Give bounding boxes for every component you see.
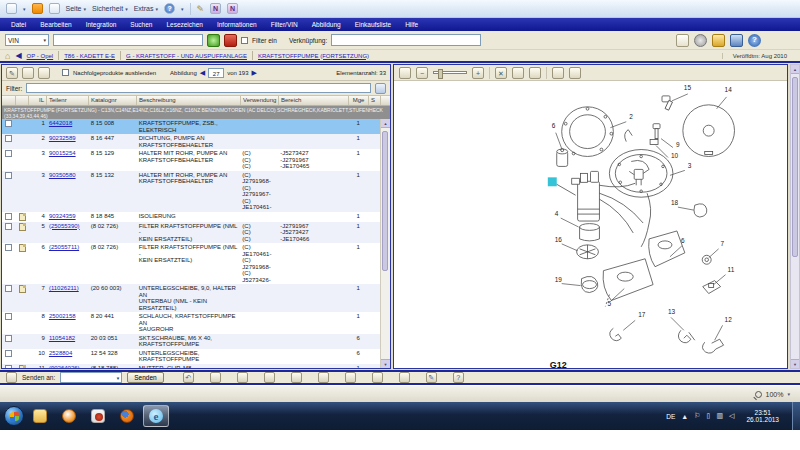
filter-ein-checkbox[interactable] xyxy=(241,37,248,44)
row-checkbox[interactable] xyxy=(2,244,16,283)
delete-icon[interactable] xyxy=(291,372,302,383)
show-desktop-button[interactable] xyxy=(792,402,800,430)
go-icon[interactable] xyxy=(207,34,220,47)
menu-item-hilfe[interactable]: Hilfe xyxy=(398,21,425,28)
table-row[interactable]: 91105418220 03 051SKT.SCHRAUBE, M6 X 40,… xyxy=(2,334,380,349)
abbildung-number-input[interactable]: 27 xyxy=(208,68,224,78)
part-number-link[interactable]: 11054182 xyxy=(47,335,89,348)
menu-item-lesezeichen[interactable]: Lesezeichen xyxy=(159,21,210,28)
mail-icon[interactable] xyxy=(6,372,17,383)
menu-extras[interactable]: Extras▾ xyxy=(134,5,158,12)
callout-number[interactable]: 16 xyxy=(555,236,563,243)
zoom-control[interactable]: 100% ▾ xyxy=(755,391,800,398)
callout-number[interactable]: 12 xyxy=(725,316,733,323)
pencil-icon[interactable]: ✎ xyxy=(197,4,205,14)
help-icon[interactable]: ? xyxy=(453,372,464,383)
menu-seite[interactable]: Seite▾ xyxy=(66,5,86,12)
menu-sicherheit[interactable]: Sicherheit▾ xyxy=(92,5,128,12)
row-checkbox[interactable] xyxy=(2,150,16,170)
menu-item-suchen[interactable]: Suchen xyxy=(123,21,159,28)
menu-item-informationen[interactable]: Informationen xyxy=(210,21,264,28)
zoom-slider[interactable] xyxy=(433,71,467,74)
col-mge[interactable]: Mge xyxy=(349,96,369,105)
home-icon[interactable]: ⌂ xyxy=(5,51,10,61)
save-icon[interactable] xyxy=(210,372,221,383)
callout-number[interactable]: 6 xyxy=(681,237,685,244)
onenote-linked-icon[interactable]: N xyxy=(227,3,238,14)
rss-feed-icon[interactable] xyxy=(32,3,43,14)
action-center-icon[interactable]: ⚐ xyxy=(694,412,700,420)
scroll-thumb[interactable] xyxy=(792,77,798,257)
chevron-down-icon[interactable]: ▾ xyxy=(23,6,26,12)
table-row[interactable]: 4903243598 18 845ISOLIERUNG1 xyxy=(2,212,380,222)
zoom-out-icon[interactable]: − xyxy=(416,67,428,79)
row-checkbox[interactable] xyxy=(2,365,16,369)
catalog-book-icon[interactable] xyxy=(224,34,237,47)
filter-input[interactable] xyxy=(26,83,371,93)
part-number-link[interactable]: (90264026) xyxy=(47,365,89,369)
volume-icon[interactable]: ◁ xyxy=(729,412,734,420)
taskbar-clock[interactable]: 23:5126.01.2013 xyxy=(740,409,785,423)
callout-number[interactable]: 15 xyxy=(684,84,692,91)
part-number-link[interactable]: 6442018 xyxy=(47,120,89,133)
add-item-icon[interactable] xyxy=(264,372,275,383)
callout-number[interactable]: 2 xyxy=(629,113,633,120)
print-preview-icon[interactable] xyxy=(38,67,50,79)
menu-item-bearbeiten[interactable]: Bearbeiten xyxy=(33,21,78,28)
vin-input[interactable] xyxy=(53,34,203,46)
help-icon[interactable]: ? xyxy=(748,34,761,47)
menu-item-integration[interactable]: Integration xyxy=(79,21,124,28)
table-row[interactable]: 2902325898 16 447DICHTUNG, PUMPE AN KRAF… xyxy=(2,134,380,149)
part-number-link[interactable]: 90232589 xyxy=(47,135,89,148)
back-icon[interactable]: ◀ xyxy=(15,51,21,60)
col-katalognr[interactable]: Katalognr xyxy=(89,96,137,105)
scroll-up-icon[interactable]: ▲ xyxy=(381,119,390,128)
row-checkbox[interactable] xyxy=(2,313,16,333)
part-number-link[interactable]: 90324359 xyxy=(47,213,89,221)
part-number-link[interactable]: (25055390) xyxy=(47,223,89,243)
save-image-icon[interactable] xyxy=(399,67,411,79)
gear-icon[interactable] xyxy=(694,34,707,47)
part-number-link[interactable]: (25055711) xyxy=(47,244,89,283)
print-diagram-icon[interactable] xyxy=(552,67,564,79)
send-button[interactable]: Senden xyxy=(127,372,163,383)
edit-note-icon[interactable]: ✎ xyxy=(426,372,437,383)
language-indicator[interactable]: DE xyxy=(666,413,675,420)
callout-number[interactable]: 6 xyxy=(552,122,556,129)
prev-image-icon[interactable]: ◀ xyxy=(200,69,205,77)
part-number-link[interactable]: (11026211) xyxy=(47,285,89,311)
row-checkbox[interactable] xyxy=(2,172,16,211)
selected-part-marker[interactable] xyxy=(548,177,557,186)
callout-number[interactable]: 9 xyxy=(676,141,680,148)
part-number-link[interactable]: 2528804 xyxy=(47,350,89,363)
row-checkbox[interactable] xyxy=(2,350,16,363)
table-row[interactable]: 164420188 15 008KRAFTSTOFFPUMPE, ZSB., E… xyxy=(2,119,380,134)
taskbar-app[interactable] xyxy=(85,405,111,427)
callout-number[interactable]: 19 xyxy=(555,276,563,283)
row-checkbox[interactable] xyxy=(2,120,16,133)
reset-view-icon[interactable]: ✕ xyxy=(495,67,507,79)
scroll-down-icon[interactable]: ▼ xyxy=(791,359,799,368)
row-checkbox[interactable] xyxy=(2,223,16,243)
vin-select[interactable]: VIN▾ xyxy=(5,34,49,46)
hide-successors-checkbox[interactable] xyxy=(62,69,69,76)
row-checkbox[interactable] xyxy=(2,213,16,221)
taskbar-explorer[interactable] xyxy=(27,405,53,427)
scroll-thumb[interactable] xyxy=(382,131,388,271)
menu-item-abbildung[interactable]: Abbildung xyxy=(305,21,348,28)
verknuepfung-input[interactable] xyxy=(331,34,481,46)
row-checkbox[interactable] xyxy=(2,285,16,311)
mail-send-icon[interactable] xyxy=(345,372,356,383)
copy-diagram-icon[interactable] xyxy=(569,67,581,79)
zoom-in-icon[interactable]: + xyxy=(472,67,484,79)
send-to-select[interactable]: ▾ xyxy=(60,372,122,383)
image-mode-icon[interactable] xyxy=(512,67,524,79)
table-row[interactable]: 3903505808 15 132HALTER MIT ROHR, PUMPE … xyxy=(2,171,380,212)
col-s[interactable]: S xyxy=(369,96,381,105)
undo-icon[interactable]: ↶ xyxy=(183,372,194,383)
callout-number[interactable]: 5 xyxy=(607,300,611,307)
row-checkbox[interactable] xyxy=(2,335,16,348)
taskbar-media-player[interactable] xyxy=(56,405,82,427)
diagram-canvas[interactable]: 1514269103184161956711171312 G12 xyxy=(395,82,786,367)
menu-item-filtervin[interactable]: Filter/VIN xyxy=(264,21,305,28)
